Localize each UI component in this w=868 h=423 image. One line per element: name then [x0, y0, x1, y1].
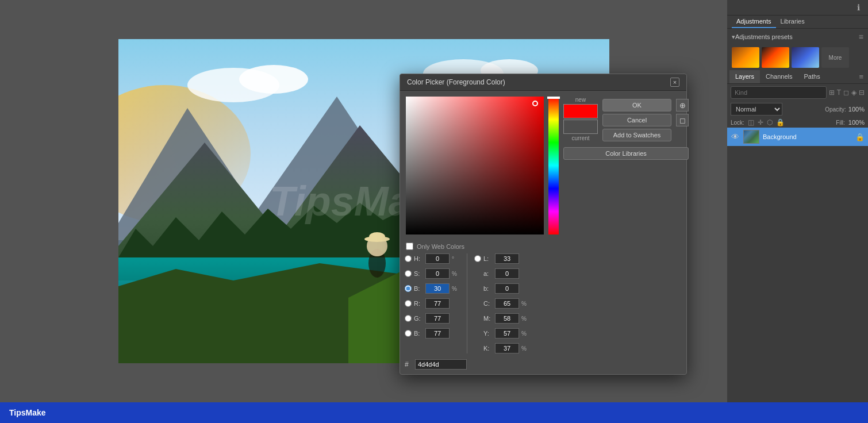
color-right-panel: new current OK Cancel Add to Swatches ⊕ … [563, 97, 689, 234]
a-field-label: a: [483, 270, 493, 277]
layers-tabs: Layers Channels Paths ≡ [727, 70, 868, 84]
presets-menu-icon[interactable]: ≡ [859, 32, 863, 41]
preset-thumb-2[interactable] [762, 47, 789, 68]
K-unit: % [521, 345, 529, 352]
brightness-unit: % [452, 286, 460, 292]
blue-input[interactable] [425, 328, 450, 339]
Y-unit: % [521, 330, 529, 337]
K-field-label: K: [483, 345, 493, 352]
dialog-title: Color Picker (Foreground Color) [407, 78, 505, 86]
hue-radio[interactable] [405, 255, 412, 262]
bottom-bar: TipsMake [0, 402, 868, 423]
tab-layers[interactable]: Layers [729, 70, 760, 83]
right-panel: ℹ Adjustments Libraries ▾ Adjustments pr… [727, 0, 868, 423]
L-input[interactable] [495, 253, 519, 264]
tab-paths[interactable]: Paths [798, 70, 826, 83]
layer-type-icon[interactable]: ⊞ [829, 89, 835, 97]
adjustments-presets-label: Adjustments presets [735, 33, 793, 40]
column-separator [467, 253, 467, 353]
Y-field-label: Y: [483, 330, 493, 337]
saturation-radio[interactable] [405, 270, 412, 277]
M-unit: % [521, 316, 529, 322]
svg-point-15 [369, 232, 385, 241]
info-icon[interactable]: ℹ [853, 2, 863, 13]
b-row: b: [474, 282, 529, 295]
brightness-row: B: % [405, 282, 460, 295]
hue-input[interactable] [425, 253, 450, 264]
cancel-button[interactable]: Cancel [602, 114, 671, 126]
fill-label: Fill: [836, 120, 845, 126]
lock-artboard-icon[interactable]: ⬡ [767, 118, 773, 126]
C-field-label: C: [483, 300, 493, 307]
green-input[interactable] [425, 313, 450, 324]
layer-shape-icon[interactable]: ◻ [843, 89, 849, 97]
red-input[interactable] [425, 298, 450, 309]
svg-point-3 [239, 65, 308, 94]
layer-smart-icon[interactable]: ◈ [851, 89, 857, 97]
brightness-input[interactable] [425, 283, 450, 294]
red-row: R: [405, 297, 460, 310]
green-radio[interactable] [405, 315, 412, 322]
layers-panel: Layers Channels Paths ≡ ⊞ T ◻ ◈ ⊟ Normal… [727, 70, 868, 423]
C-input[interactable] [495, 298, 519, 309]
tab-adjustments[interactable]: Adjustments [732, 16, 776, 28]
layer-visibility-toggle[interactable]: 👁 [731, 132, 740, 141]
color-gradient-box[interactable] [406, 97, 544, 234]
layer-lock-icon[interactable]: 🔒 [855, 133, 865, 141]
layers-menu-icon[interactable]: ≡ [857, 70, 866, 83]
saturation-row: S: % [405, 267, 460, 280]
a-row: a: [474, 267, 529, 280]
gradient-cursor [532, 101, 538, 106]
fill-value: 100% [848, 119, 865, 126]
only-web-colors-checkbox[interactable] [406, 243, 413, 250]
layers-search-input[interactable] [731, 86, 827, 99]
dialog-close-button[interactable]: × [670, 78, 679, 87]
only-web-colors-label: Only Web Colors [417, 243, 464, 250]
a-input[interactable] [495, 268, 519, 279]
hex-label: # [405, 360, 413, 368]
b-field-label: b: [483, 285, 493, 292]
M-input[interactable] [495, 313, 519, 324]
Y-input[interactable] [495, 328, 519, 339]
red-radio[interactable] [405, 300, 412, 307]
square-icon[interactable]: ◻ [676, 114, 689, 126]
current-color-preview [563, 120, 598, 134]
blue-field-label: B: [414, 330, 423, 337]
layer-text-icon[interactable]: T [837, 89, 841, 97]
hue-field-label: H: [414, 255, 423, 262]
M-field-label: M: [483, 315, 493, 322]
ok-button[interactable]: OK [602, 99, 671, 111]
L-radio[interactable] [474, 255, 481, 262]
layers-empty-space [727, 146, 868, 405]
blend-mode-select[interactable]: Normal [731, 103, 782, 116]
lock-all-icon[interactable]: 🔒 [776, 118, 785, 126]
saturation-input[interactable] [425, 268, 450, 279]
opacity-value: 100% [848, 106, 865, 113]
hex-input[interactable] [415, 359, 467, 370]
color-libraries-button[interactable]: Color Libraries [563, 147, 689, 160]
layer-item-background[interactable]: 👁 Background 🔒 [727, 128, 868, 146]
blue-radio[interactable] [405, 330, 412, 337]
preset-thumb-1[interactable] [732, 47, 759, 68]
b-input[interactable] [495, 283, 519, 294]
preset-more[interactable]: More [821, 47, 849, 68]
tab-channels[interactable]: Channels [760, 70, 798, 83]
current-label: current [571, 135, 589, 141]
eyedropper-icon[interactable]: ⊕ [676, 99, 689, 111]
layer-filter-icon[interactable]: ⊟ [859, 89, 865, 97]
layer-thumbnail [743, 130, 759, 144]
gradient-main[interactable] [406, 97, 544, 234]
dialog-body: new current OK Cancel Add to Swatches ⊕ … [400, 91, 686, 240]
brightness-radio[interactable] [405, 285, 412, 292]
hue-slider[interactable] [548, 97, 559, 234]
add-to-swatches-button[interactable]: Add to Swatches [602, 129, 671, 141]
lock-move-icon[interactable]: ✛ [758, 118, 763, 126]
M-row: M: % [474, 312, 529, 325]
K-input[interactable] [495, 343, 519, 353]
preset-thumb-3[interactable] [792, 47, 819, 68]
tab-libraries[interactable]: Libraries [776, 16, 809, 28]
new-color-preview [563, 104, 598, 118]
lock-transparent-icon[interactable]: ◫ [748, 118, 754, 126]
lab-cmyk-column: L: a: b: C: % [474, 252, 529, 355]
C-row: C: % [474, 297, 529, 310]
